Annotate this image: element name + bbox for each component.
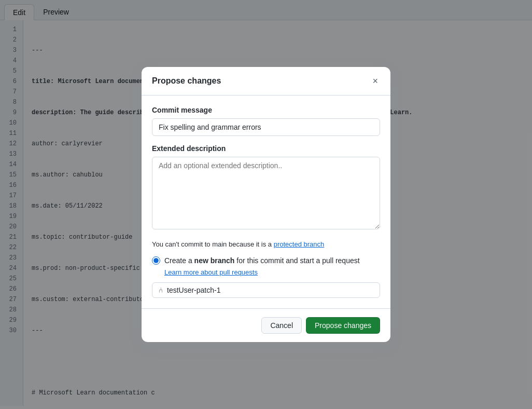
editor-area: Edit Preview 12345 678910 1112131415 161… [0,0,532,409]
modal-overlay: Propose changes × Commit message Extende… [0,0,532,409]
modal-footer: Cancel Propose changes [142,308,390,342]
cancel-button[interactable]: Cancel [261,317,302,334]
modal-close-button[interactable]: × [370,75,380,87]
branch-icon: ⑃ [159,286,163,294]
protected-branch-notice: You can't commit to main because it is a… [152,239,380,250]
notice-prefix-text: You can't commit to main because it is a [152,240,274,248]
new-branch-radio[interactable] [152,256,160,265]
extended-description-group: Extended description [152,144,380,231]
propose-changes-modal: Propose changes × Commit message Extende… [142,67,390,343]
propose-changes-button[interactable]: Propose changes [306,317,380,334]
new-branch-radio-option: Create a new branch for this commit and … [152,255,380,266]
branch-name-input[interactable] [167,286,373,294]
branch-name-wrapper: ⑃ [152,282,380,298]
commit-message-input[interactable] [152,118,380,136]
protected-branch-link[interactable]: protected branch [274,240,325,248]
modal-title: Propose changes [152,76,221,86]
learn-more-link[interactable]: Learn more about pull requests [164,268,380,276]
extended-description-label: Extended description [152,144,380,153]
commit-message-label: Commit message [152,106,380,114]
extended-description-textarea[interactable] [152,157,380,229]
new-branch-label: Create a new branch for this commit and … [164,255,360,266]
modal-header: Propose changes × [142,67,390,96]
modal-body: Commit message Extended description You … [142,96,390,309]
commit-message-group: Commit message [152,106,380,136]
